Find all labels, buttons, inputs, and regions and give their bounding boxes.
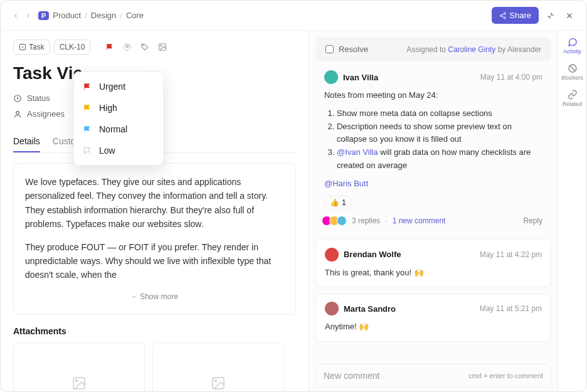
comment: Brendan Wolfe May 11 at 4:22 pm This is … <box>315 240 551 288</box>
reaction-button[interactable]: 👍 1 <box>324 196 352 209</box>
svg-line-20 <box>570 66 575 71</box>
rail-blockers[interactable]: Blockers <box>561 63 583 81</box>
comment-time: May 11 at 5:21 pm <box>480 304 542 313</box>
task-detail-pane: Task CLK-10 Task Vie Status Assignees Ur… <box>1 31 309 392</box>
priority-option-low[interactable]: Low <box>74 140 163 161</box>
task-id-chip[interactable]: CLK-10 <box>54 40 91 55</box>
breadcrumb[interactable]: P Product / Design / Core <box>38 11 144 20</box>
comment-author[interactable]: Brendan Wolfe <box>344 250 401 259</box>
priority-menu: Urgent High Normal Low <box>73 72 164 166</box>
svg-point-2 <box>504 17 506 19</box>
reply-button[interactable]: Reply <box>523 216 542 225</box>
resolve-bar: Resolve Assigned to Caroline Ginty by Al… <box>315 37 551 61</box>
assigned-to-text: Assigned to Caroline Ginty by Alexander <box>406 45 541 54</box>
comment-body: Anytime! 🙌 <box>325 320 542 334</box>
comment-author[interactable]: Ivan Villa <box>343 73 378 82</box>
breadcrumb-part[interactable]: Core <box>126 11 144 20</box>
tab-custom[interactable]: Custo <box>53 131 76 152</box>
comment: Marta Sandro May 11 at 5:21 pm Anytime! … <box>315 294 551 342</box>
attachments-heading: Attachments <box>13 326 296 336</box>
avatar[interactable] <box>325 248 339 262</box>
svg-point-16 <box>76 379 78 381</box>
comment-body: This is great, thank you! 🙌 <box>325 267 542 280</box>
resolve-label: Resolve <box>339 45 368 54</box>
comment-author[interactable]: Marta Sandro <box>344 304 396 314</box>
replies-row: 3 replies · 1 new comment Reply <box>324 216 542 226</box>
comment-time: May 11 at 4:22 pm <box>480 250 542 259</box>
assignee-icon[interactable] <box>120 40 134 54</box>
task-type-chip[interactable]: Task <box>13 40 50 55</box>
show-more-button[interactable]: Show more <box>25 291 284 303</box>
svg-point-18 <box>215 379 217 381</box>
comment: Ivan Villa May 11 at 4:00 pm Notes from … <box>315 68 551 233</box>
priority-option-normal[interactable]: Normal <box>74 119 163 140</box>
image-icon[interactable] <box>156 40 169 54</box>
svg-line-4 <box>502 14 504 15</box>
assignee-link[interactable]: Caroline Ginty <box>448 45 495 54</box>
mention-link[interactable]: @Ivan Villa <box>337 147 378 157</box>
priority-option-urgent[interactable]: Urgent <box>74 76 163 97</box>
breadcrumb-part[interactable]: Product <box>53 11 81 20</box>
nav-forward-icon[interactable] <box>23 11 33 21</box>
mention-link[interactable]: @Haris Butt <box>324 179 368 188</box>
list-item: Description needs to show some preview t… <box>337 120 542 147</box>
svg-point-0 <box>504 13 506 14</box>
project-badge: P <box>38 11 49 20</box>
description-box[interactable]: We love typefaces. They give our sites a… <box>13 163 296 315</box>
svg-point-1 <box>500 14 502 16</box>
attachment-placeholder[interactable] <box>13 342 145 392</box>
list-item: @Ivan Villa will grab data on how many c… <box>337 146 542 172</box>
svg-line-3 <box>502 16 504 17</box>
svg-point-10 <box>143 45 144 46</box>
new-comment-input[interactable]: New comment cmd + enter to comment <box>315 364 551 388</box>
description-paragraph: They produce FOUT — or FOIT if you prefe… <box>25 240 284 282</box>
comment-body: Notes from meeting on May 24: Show more … <box>324 89 542 191</box>
collapse-icon[interactable] <box>544 9 558 23</box>
list-item: Show more meta data on collapse sections <box>337 107 542 120</box>
rail-related[interactable]: Related <box>563 90 582 107</box>
topbar: P Product / Design / Core Share <box>1 1 586 31</box>
comments-pane: Resolve Assigned to Caroline Ginty by Al… <box>309 31 558 392</box>
new-comment-count[interactable]: 1 new comment <box>393 216 446 225</box>
priority-flag-icon[interactable] <box>103 40 117 54</box>
breadcrumb-part[interactable]: Design <box>91 11 116 20</box>
attachment-placeholder[interactable] <box>152 342 284 392</box>
avatar[interactable] <box>325 302 339 315</box>
description-paragraph: We love typefaces. They give our sites a… <box>25 175 284 231</box>
tag-icon[interactable] <box>138 40 152 54</box>
priority-option-high[interactable]: High <box>74 97 163 119</box>
svg-point-9 <box>127 45 129 48</box>
keyboard-hint: cmd + enter to comment <box>468 372 543 379</box>
rail-activity[interactable]: Activity <box>563 37 581 55</box>
replies-count[interactable]: 3 replies <box>352 216 380 225</box>
svg-point-14 <box>16 111 19 114</box>
nav-back-icon[interactable] <box>11 11 21 21</box>
svg-point-12 <box>161 45 162 46</box>
tab-details[interactable]: Details <box>13 131 40 152</box>
close-icon[interactable] <box>563 9 576 23</box>
reply-avatars[interactable] <box>324 216 347 226</box>
resolve-checkbox[interactable] <box>325 45 334 53</box>
right-rail: Activity Blockers Related <box>558 31 586 392</box>
avatar[interactable] <box>324 70 338 84</box>
share-button[interactable]: Share <box>492 7 539 24</box>
comment-time: May 11 at 4:00 pm <box>480 73 542 82</box>
